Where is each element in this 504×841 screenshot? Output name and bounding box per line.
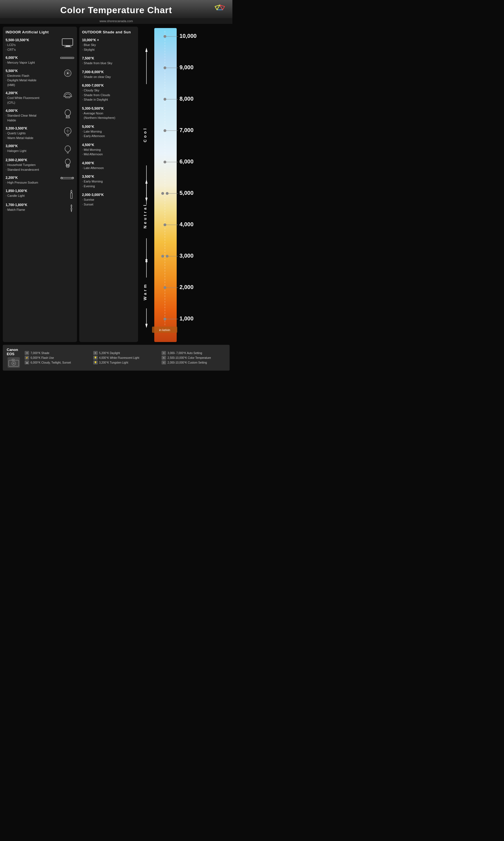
temp-label: 1,850-1,930°K: [5, 189, 57, 193]
outdoor-title: OUTDOOR Shade and Sun: [82, 30, 135, 34]
svg-text:in kelvin: in kelvin: [159, 328, 170, 332]
svg-marker-64: [145, 179, 147, 184]
item-description: · High Pressure Sodium: [5, 180, 57, 185]
svg-rect-21: [61, 177, 74, 179]
item-description: · Electronic Flash· Daylight Metal Halid…: [5, 73, 57, 87]
setting-text: 6,000°K Cloudy, Twilight, Sunset: [31, 361, 71, 364]
canon-setting: C 2,000-10,000°K Custom Setting: [162, 361, 226, 364]
svg-point-76: [13, 362, 15, 364]
svg-text:Cool: Cool: [143, 127, 147, 142]
canon-setting: ⚡ 6,000°K Flash Use: [25, 356, 89, 360]
svg-rect-11: [66, 97, 70, 98]
svg-text:4,000: 4,000: [179, 221, 194, 227]
setting-text: 6,000°K Flash Use: [31, 356, 54, 359]
temp-label: 3,500°K: [82, 175, 135, 178]
item-description: · Shade on clear Day: [82, 74, 135, 79]
list-item: 6,000-7,000°K · Cloudy Sky· Shade from C…: [82, 84, 135, 102]
temp-label: 4,000°K: [82, 161, 135, 165]
setting-text: 3,200°K Tungsten Light: [99, 361, 128, 364]
item-icon: [59, 109, 74, 119]
item-description: · Shade from blue Sky: [82, 61, 135, 66]
cloudy-icon: ☁: [25, 361, 29, 364]
item-description: · Blue Sky· Skylight: [82, 42, 135, 52]
svg-text:6,000: 6,000: [179, 158, 194, 165]
canon-setting: ☀ 7,000°K Shade: [25, 351, 89, 355]
svg-text:8,000: 8,000: [179, 96, 194, 102]
svg-text:Neutral: Neutral: [143, 203, 147, 228]
list-item: 4,500°K · Mid Morning· Mid Afternoon: [82, 143, 135, 157]
svg-text:9,000: 9,000: [179, 64, 194, 70]
canon-setting: K 2,500-10,000°K Color Temperature: [162, 356, 226, 360]
setting-text: 2,000-10,000°K Custom Setting: [167, 361, 207, 364]
color-bar-panel: 10,000 9,000 8,000 7,000 6,000: [140, 27, 230, 342]
list-item: 4,000°K · Standard Clear Metal Halide: [5, 109, 74, 122]
item-icon: [59, 91, 74, 100]
item-icon: [59, 158, 74, 168]
daylight-icon: ☀: [93, 351, 98, 355]
list-item: 5,300-5,500°K · Average Noon (Northern H…: [82, 106, 135, 120]
temp-label: 2,500-2,900°K: [5, 158, 57, 162]
list-item: 4,000°K · Late Afternoon: [82, 161, 135, 170]
list-item: 3,500°K · Early Morning· Evening: [82, 175, 135, 188]
flash-icon: ⚡: [25, 356, 29, 360]
list-item: 4,200°K · Cool White Fluorescent (CFL): [5, 91, 74, 105]
list-item: 3,000°K · Halogen Light: [5, 144, 74, 154]
temp-label: 2,200°K: [5, 176, 57, 180]
svg-text:2,000: 2,000: [179, 284, 194, 290]
canon-settings: ☀ 7,000°K Shade ☀ 5,200°K Daylight ≡ 3,0…: [25, 351, 226, 364]
item-description: · Early Morning· Evening: [82, 179, 135, 188]
svg-marker-2: [215, 5, 220, 10]
svg-text:Warm: Warm: [143, 283, 147, 300]
indoor-title: INDOOR Artificial Light: [5, 30, 74, 34]
list-item: 7,000-8,000°K · Shade on clear Day: [82, 70, 135, 79]
list-item: 1,700-1,800°K · Match Flame: [5, 203, 74, 213]
item-description: · Match Flame: [5, 207, 57, 212]
canon-setting: 💡 4,000°K White Fluorescent Light: [93, 356, 157, 360]
item-icon: [59, 176, 74, 180]
svg-rect-5: [65, 47, 71, 47]
item-description: · Household Tungsten· Standard Incandesc…: [5, 162, 57, 172]
canon-setting: ☁ 6,000°K Cloudy, Twilight, Sunset: [25, 361, 89, 364]
scale-svg: 10,000 9,000 8,000 7,000 6,000: [140, 28, 230, 342]
temp-label: 4,200°K: [5, 91, 57, 95]
custom-icon: C: [162, 361, 166, 364]
svg-text:1,000: 1,000: [179, 315, 194, 322]
item-description: · Standard Clear Metal Halide: [5, 113, 57, 122]
temp-label: 3,200-3,500°K: [5, 126, 57, 130]
outdoor-panel: OUTDOOR Shade and Sun 10,000°K + · Blue …: [79, 27, 138, 342]
setting-text: 2,500-10,000°K Color Temperature: [167, 356, 211, 359]
item-icon: [59, 203, 74, 213]
svg-point-12: [65, 109, 71, 116]
item-icon: [59, 144, 74, 154]
temp-label: 3,000°K: [5, 144, 57, 148]
svg-text:10,000: 10,000: [179, 33, 197, 39]
temp-label: 5,500°K: [5, 69, 57, 73]
svg-marker-59: [145, 48, 147, 52]
temp-label: 4,000°K: [5, 109, 57, 113]
item-description: · Mercury Vapor Light: [5, 60, 57, 65]
temp-label: 10,000°K +: [82, 38, 135, 42]
svg-text:7,000: 7,000: [179, 127, 194, 133]
temp-label: 5,000°K: [82, 125, 135, 129]
item-description: · Average Noon (Northern Hemisphere): [82, 111, 135, 120]
svg-point-47: [161, 255, 164, 258]
list-item: 6,000°K · Mercury Vapor Light: [5, 56, 74, 65]
indoor-panel: INDOOR Artificial Light 5,500-10,500°K ·…: [3, 27, 77, 342]
svg-marker-71: [145, 324, 147, 328]
tungsten-icon: 💡: [93, 361, 98, 364]
svg-rect-14: [66, 117, 69, 118]
canon-setting: 💡 3,200°K Tungsten Light: [93, 361, 157, 364]
list-item: 10,000°K + · Blue Sky· Skylight: [82, 38, 135, 52]
list-item: 2,000-3,000°K · Sunrise· Sunset: [82, 193, 135, 207]
svg-rect-16: [67, 134, 69, 136]
temp-label: 6,000°K: [5, 56, 57, 60]
bar-wrapper: 10,000 9,000 8,000 7,000 6,000: [140, 28, 230, 342]
fluorescent-icon: 💡: [93, 356, 98, 360]
canon-camera-icon: [7, 357, 20, 368]
item-description: · Halogen Light: [5, 149, 57, 153]
svg-rect-3: [62, 39, 73, 46]
item-icon: [59, 69, 74, 78]
list-item: 2,200°K · High Pressure Sodium: [5, 176, 74, 185]
item-icon: [59, 126, 74, 137]
temp-label: 7,000-8,000°K: [82, 70, 135, 74]
